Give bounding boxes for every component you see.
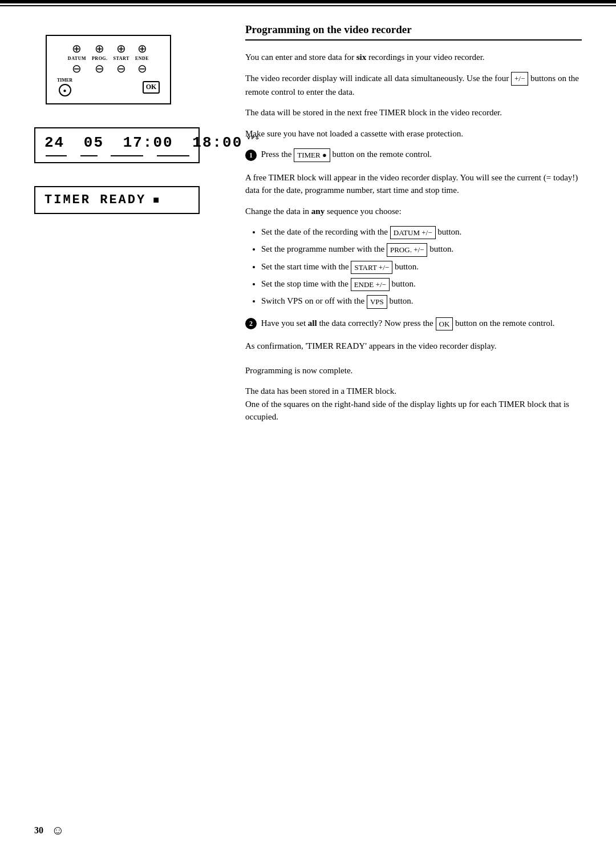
prog-label: PROG.: [92, 56, 108, 61]
step2-block: 2 Have you set all the data correctly? N…: [245, 317, 582, 330]
ok-button: OK: [143, 81, 160, 94]
bullet-prog: Set the programme number with the PROG. …: [261, 243, 582, 256]
footer: 30 ☺: [34, 823, 64, 838]
prog-btn-inline: PROG. +/−: [387, 243, 427, 257]
ende-btn-inline: ENDE +/−: [351, 278, 390, 292]
bullet-datum: Set the date of the recording with the D…: [261, 225, 582, 239]
intro-p4: Make sure you have not loaded a cassette…: [245, 127, 582, 140]
closing-p1: Programming is now complete.: [245, 364, 582, 377]
all-bold: all: [308, 318, 317, 328]
vps-btn-inline: VPS: [367, 295, 387, 309]
step2-text: 2 Have you set all the data correctly? N…: [245, 317, 582, 330]
start-arrow-up: ⊕: [116, 43, 126, 54]
display-panel: 24 05 17:00 18:00 VPS: [34, 127, 200, 163]
ende-label: ENDE: [135, 56, 149, 61]
underline-stop: [157, 153, 189, 156]
step1-detail-p2: Change the data in any sequence you choo…: [245, 205, 582, 218]
display-date: 24: [44, 134, 64, 151]
start-button-group: ⊕ START ⊖: [114, 43, 129, 74]
step1-block: 1 Press the TIMER ● button on the remote…: [245, 148, 582, 162]
timer-remote-label: TIMER: [57, 78, 72, 83]
footer-icon: ☺: [51, 823, 64, 838]
timer-ready-dot: ■: [153, 195, 161, 206]
timer-ready-panel: TIMER READY ■: [34, 186, 200, 214]
step2-circle: 2: [245, 318, 257, 329]
start-label: START: [114, 56, 129, 61]
prog-arrow-down: ⊖: [95, 63, 104, 74]
datum-label: DATUM: [68, 56, 86, 61]
step1-circle: 1: [245, 150, 257, 161]
section-title: Programming on the video recorder: [245, 23, 582, 41]
underline-date: [46, 153, 67, 156]
closing-p2: The data has been stored in a TIMER bloc…: [245, 385, 582, 424]
display-space2: [108, 134, 119, 151]
six-bold: six: [356, 53, 367, 62]
display-prog: 05: [84, 134, 104, 151]
remote-control-illustration: ⊕ DATUM ⊖ ⊕ PROG. ⊖ ⊕ START ⊖: [46, 35, 171, 104]
bullet-ende: Set the stop time with the ENDE +/− butt…: [261, 277, 582, 291]
top-thick-border: [0, 0, 616, 3]
ende-arrow-down: ⊖: [137, 63, 147, 74]
right-column: Programming on the video recorder You ca…: [234, 23, 582, 431]
intro-p1: You can enter and store data for six rec…: [245, 51, 582, 64]
display-underlines: [44, 153, 189, 156]
ende-button-group: ⊕ ENDE ⊖: [135, 43, 149, 74]
left-column: ⊕ DATUM ⊖ ⊕ PROG. ⊖ ⊕ START ⊖: [34, 23, 217, 431]
intro-p3: The data will be stored in the next free…: [245, 106, 582, 119]
page-number: 30: [34, 825, 43, 836]
any-bold: any: [311, 207, 325, 216]
datum-button-group: ⊕ DATUM ⊖: [68, 43, 86, 74]
bullet-vps: Switch VPS on or off with the VPS button…: [261, 295, 582, 308]
display-start: 17:00: [123, 134, 173, 151]
timer-circle-button: ●: [59, 84, 71, 96]
prog-button-group: ⊕ PROG. ⊖: [92, 43, 108, 74]
start-btn-inline: START +/−: [351, 261, 392, 275]
datum-arrow-up: ⊕: [72, 43, 82, 54]
underline-prog: [80, 153, 97, 156]
timer-button-label: TIMER ●: [294, 148, 330, 162]
intro-p2: The video recorder display will indicate…: [245, 72, 582, 99]
display-space3: [178, 134, 188, 151]
datum-arrow-down: ⊖: [72, 63, 82, 74]
timer-ready-text: TIMER READY: [44, 193, 146, 207]
prog-arrow-up: ⊕: [95, 43, 104, 54]
step2-confirmation: As confirmation, 'TIMER READY' appears i…: [245, 340, 582, 353]
start-arrow-down: ⊖: [116, 63, 126, 74]
ende-arrow-up: ⊕: [137, 43, 147, 54]
ok-btn-inline: OK: [436, 317, 453, 331]
datum-btn-inline: DATUM +/−: [390, 226, 436, 240]
steps-bullet-list: Set the date of the recording with the D…: [261, 225, 582, 309]
bullet-start: Set the start time with the START +/− bu…: [261, 260, 582, 274]
step1-detail-p1: A free TIMER block will appear in the vi…: [245, 171, 582, 197]
display-space1: [69, 134, 79, 151]
underline-start: [111, 153, 143, 156]
plus-minus-button-inline: +/−: [511, 72, 528, 86]
timer-button-area: TIMER ●: [57, 78, 72, 96]
step1-text: 1 Press the TIMER ● button on the remote…: [245, 148, 582, 162]
